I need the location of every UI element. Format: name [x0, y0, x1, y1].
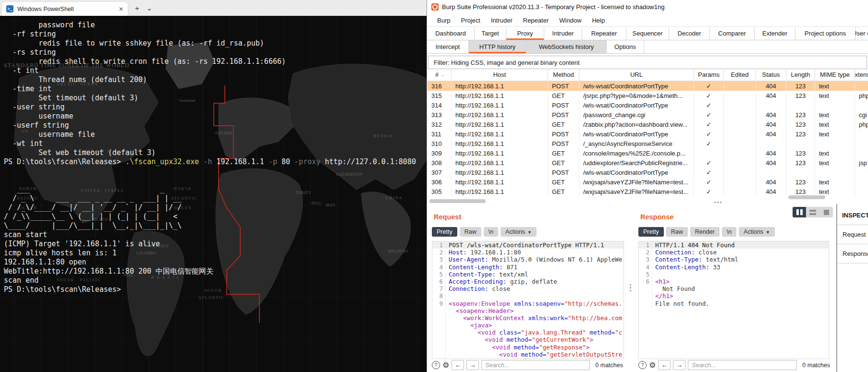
- request-search-input[interactable]: Search...: [481, 360, 590, 370]
- response-button-pretty[interactable]: Pretty: [638, 227, 664, 237]
- request-button-raw[interactable]: Raw: [460, 227, 481, 237]
- column-header-status[interactable]: Status: [756, 69, 786, 81]
- subtab-websockets-history[interactable]: WebSockets history: [526, 40, 607, 53]
- burp-title-bar: Burp Suite Professional v2020.11.3 - Tem…: [427, 0, 868, 14]
- column-header-method[interactable]: Method: [548, 69, 579, 81]
- column-header-edited[interactable]: Edited: [724, 69, 756, 81]
- response-search-input[interactable]: Search...: [688, 360, 797, 370]
- line-number: [432, 322, 446, 329]
- request-button-actions[interactable]: Actions▼: [501, 227, 537, 237]
- table-row[interactable]: 311http://192.168.1.1POST/wls-wsat/Coord…: [428, 129, 868, 139]
- gear-icon[interactable]: ⚙: [649, 360, 656, 370]
- single-layout-icon[interactable]: [819, 207, 833, 217]
- new-tab-button[interactable]: +: [135, 0, 139, 16]
- cell-edited: [724, 158, 756, 168]
- response-button-render[interactable]: Render: [690, 227, 720, 237]
- tab-decoder[interactable]: Decoder: [669, 27, 710, 40]
- menu-help[interactable]: Help: [587, 17, 610, 24]
- cell--: 307: [428, 168, 452, 177]
- prev-match-button[interactable]: ←: [658, 360, 671, 370]
- tab-extender[interactable]: Extender: [755, 27, 795, 40]
- table-row[interactable]: 314http://192.168.1.1POST/wls-wsat/Coord…: [428, 100, 868, 110]
- panel-splitter-handle[interactable]: [630, 284, 631, 291]
- terminal-line: (ICMP) Target '192.168.1.1' is alive: [4, 240, 416, 249]
- column-header-mime-type[interactable]: MIME type: [815, 69, 855, 81]
- terminal-line: / /_\/____/ __|/ __| '__/ _` |/ __| |/ /: [4, 203, 416, 212]
- column-header-extension[interactable]: Extension: [855, 69, 868, 81]
- table-row[interactable]: 315http://192.168.1.1GET/jsrpc.php?type=…: [428, 91, 868, 100]
- tab-repeater[interactable]: Repeater: [582, 27, 626, 40]
- table-row[interactable]: 313http://192.168.1.1POST/password_chang…: [428, 110, 868, 120]
- terminal-line: scan end: [4, 276, 416, 285]
- tab-dashboard[interactable]: Dashboard: [427, 27, 475, 40]
- inspector-section-response-headers[interactable]: Response Headers: [837, 244, 868, 263]
- terminal-line: / _ \ ___ ___ _ __ __ _ ___| | __: [4, 194, 416, 203]
- next-match-button[interactable]: →: [673, 360, 685, 370]
- column-header-params[interactable]: Params: [694, 69, 724, 81]
- terminal-line: -rs string: [4, 48, 416, 57]
- tab-close-icon[interactable]: ✕: [119, 6, 123, 12]
- terminal-tab[interactable]: >_ Windows PowerShell ✕: [2, 2, 128, 16]
- response-button-raw[interactable]: Raw: [666, 227, 688, 237]
- tab-intruder[interactable]: Intruder: [544, 27, 582, 40]
- tab-user-options[interactable]: User options: [856, 27, 868, 40]
- table-row[interactable]: 309http://192.168.1.1GET/console/images/…: [428, 148, 868, 158]
- next-match-button[interactable]: →: [466, 360, 479, 370]
- menu-project[interactable]: Project: [455, 17, 485, 24]
- tab-comparer[interactable]: Comparer: [710, 27, 755, 40]
- subtab-http-history[interactable]: HTTP history: [469, 40, 526, 53]
- terminal-body[interactable]: STANDARD TIME ZONES OF THE WORLDARCTIC O…: [0, 16, 427, 372]
- table-row[interactable]: 308http://192.168.1.1GET/uddiexplorer/Se…: [428, 158, 868, 168]
- column-header--[interactable]: #⌄: [428, 69, 452, 81]
- cell-host: http://192.168.1.1: [452, 100, 548, 110]
- menu-window[interactable]: Window: [554, 17, 587, 24]
- request-button--n[interactable]: \n: [484, 227, 498, 237]
- table-row[interactable]: 310http://192.168.1.1POST/_async/AsyncRe…: [428, 139, 868, 148]
- filter-bar[interactable]: Filter: Hiding CSS, image and general bi…: [428, 56, 867, 69]
- inspector-section-request-headers[interactable]: Request Headers: [837, 225, 868, 244]
- menu-burp[interactable]: Burp: [432, 17, 455, 24]
- code-line: </h1>: [639, 292, 829, 300]
- column-header-host[interactable]: Host: [452, 69, 548, 81]
- column-header-length[interactable]: Length: [786, 69, 815, 81]
- cell--: 316: [428, 81, 452, 91]
- cell--: 309: [428, 148, 452, 158]
- subtab-options[interactable]: Options: [607, 40, 644, 53]
- tab-project-options[interactable]: Project options: [795, 27, 856, 40]
- column-header-url[interactable]: URL: [579, 69, 694, 81]
- response-button--n[interactable]: \n: [722, 227, 736, 237]
- cell-mime-type: text: [815, 81, 855, 91]
- menu-repeater[interactable]: Repeater: [518, 17, 554, 24]
- request-button-pretty[interactable]: Pretty: [432, 227, 457, 237]
- table-hscrollbar-thumb-right[interactable]: [788, 195, 825, 199]
- rows-layout-icon[interactable]: [806, 207, 819, 217]
- cell-host: http://192.168.1.1: [452, 168, 548, 177]
- table-row[interactable]: 312http://192.168.1.1GET/zabbix.php?acti…: [428, 120, 868, 129]
- tab-proxy[interactable]: Proxy: [506, 27, 544, 40]
- gear-icon[interactable]: ⚙: [442, 360, 449, 370]
- table-row[interactable]: 305http://192.168.1.1GET/wxjsapi/saveYZJ…: [428, 187, 868, 196]
- tab-dropdown-button[interactable]: ⌄: [147, 0, 153, 16]
- tab-target[interactable]: Target: [475, 27, 506, 40]
- request-editor[interactable]: 1POST /wls-wsat/CoordinatorPortType HTTP…: [432, 241, 624, 359]
- cell-mime-type: [815, 168, 855, 177]
- tab-sequencer[interactable]: Sequencer: [626, 27, 669, 40]
- table-hscrollbar-thumb[interactable]: [429, 199, 486, 203]
- screen: >_ Windows PowerShell ✕ + ⌄: [0, 0, 868, 372]
- prev-match-button[interactable]: ←: [452, 360, 464, 370]
- response-button-actions[interactable]: Actions▼: [739, 227, 775, 237]
- response-editor[interactable]: 1HTTP/1.1 404 Not Found2Connection: clos…: [638, 241, 829, 359]
- table-row[interactable]: 316http://192.168.1.1POST/wls-wsat/Coord…: [428, 81, 868, 91]
- help-icon[interactable]: ?: [638, 361, 647, 369]
- help-icon[interactable]: ?: [432, 361, 440, 369]
- subtab-intercept[interactable]: Intercept: [427, 40, 469, 53]
- table-row[interactable]: 306http://192.168.1.1GET/wxjsapi/saveYZJ…: [428, 177, 868, 187]
- terminal-window: >_ Windows PowerShell ✕ + ⌄: [0, 0, 427, 372]
- cell-host: http://192.168.1.1: [452, 177, 548, 187]
- splitter-handle[interactable]: [714, 202, 721, 203]
- menu-intruder[interactable]: Intruder: [486, 17, 518, 24]
- table-row[interactable]: 307http://192.168.1.1POST/wls-wsat/Coord…: [428, 168, 868, 177]
- columns-layout-icon[interactable]: [793, 207, 806, 217]
- cell--: 314: [428, 100, 452, 110]
- code-line: <java>: [432, 322, 623, 329]
